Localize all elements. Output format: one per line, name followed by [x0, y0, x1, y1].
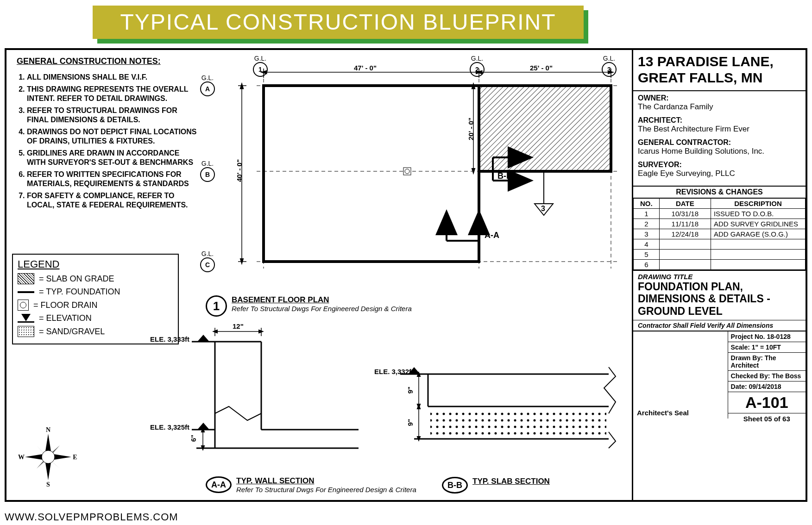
notes-title: GENERAL CONSTRUCTION NOTES:: [17, 56, 197, 66]
revisions-table: NO. DATE DESCRIPTION 110/31/18ISSUED TO …: [633, 198, 806, 270]
rev-header-desc: DESCRIPTION: [711, 199, 805, 209]
svg-text:E: E: [73, 454, 77, 461]
svg-rect-55: [430, 409, 606, 437]
legend-swatch-hatched: [18, 273, 34, 284]
note-item: REFER TO WRITTEN SPECIFICATIONS FOR MATE…: [27, 170, 197, 188]
legend-label: = ELEVATION: [39, 313, 92, 323]
rev-row: 110/31/18ISSUED TO D.O.B.: [634, 209, 806, 219]
svg-marker-45: [197, 423, 209, 430]
legend-label: = FLOOR DRAIN: [33, 300, 98, 310]
slab-section-title: TYP. SLAB SECTION: [472, 477, 550, 486]
compass-rose: NSWE: [16, 425, 81, 491]
drawn-by: Drawn By: The Architect: [731, 354, 776, 369]
slab-elev: ELE. 3,332ft: [374, 368, 414, 375]
architect-seal-box: Architect's Seal: [633, 331, 728, 419]
detail-ref: 3: [541, 205, 545, 213]
slab-section-callout: B-B TYP. SLAB SECTION: [442, 477, 550, 494]
wall-section-title: TYP. WALL SECTION: [236, 476, 416, 486]
gridline-a: G.L.A: [200, 74, 215, 96]
svg-text:S: S: [46, 481, 50, 488]
sheet-number: A-101: [728, 392, 806, 413]
architect-label: ARCHITECT:: [638, 116, 801, 125]
svg-text:N: N: [46, 426, 50, 433]
revisions-title: REVISIONS & CHANGES: [633, 187, 806, 198]
section-bb-label: B-B: [497, 171, 512, 181]
gridline-b: G.L.B: [200, 160, 215, 182]
project-no: Project No. 18-0128: [731, 333, 791, 340]
wall-dim-h: 6": [189, 435, 197, 442]
legend-swatch-drain: [18, 300, 29, 311]
project-info: Project No. 18-0128 Scale: 1" = 10FT Dra…: [728, 331, 806, 419]
note-item: REFER TO STRUCTURAL DRAWINGS FOR FINAL D…: [27, 106, 197, 125]
general-notes: GENERAL CONSTRUCTION NOTES: ALL DIMENSIO…: [12, 56, 197, 212]
gc-label: GENERAL CONTRACTOR:: [638, 138, 801, 147]
section-label-bb: B-B: [442, 477, 468, 494]
project-address: 13 PARADISE LANE, GREAT FALLS, MN: [633, 50, 806, 91]
note-item: DRAWINGS DO NOT DEPICT FINAL LOCATIONS O…: [27, 127, 197, 146]
note-item: ALL DIMENSIONS SHALL BE V.I.F.: [27, 73, 197, 82]
owner-label: OWNER:: [638, 94, 801, 102]
drawing-frame: GENERAL CONSTRUCTION NOTES: ALL DIMENSIO…: [5, 48, 807, 502]
notes-list: ALL DIMENSIONS SHALL BE V.I.F. THIS DRAW…: [27, 73, 197, 210]
legend-row-drain: = FLOOR DRAIN: [18, 300, 173, 311]
svg-point-4: [42, 450, 55, 463]
drawing-title-label: DRAWING TITLE: [638, 273, 801, 281]
note-item: FOR SAFETY & COMPLIANCE, REFER TO LOCAL,…: [27, 191, 197, 210]
gridline-c: G.L.C: [200, 250, 215, 272]
rev-header-no: NO.: [634, 199, 660, 209]
legend-title: LEGEND: [18, 258, 173, 270]
note-item: THIS DRAWING REPRESENTS THE OVERALL INTE…: [27, 85, 197, 103]
slab-dim-top: 9": [406, 387, 414, 394]
verify-note: Contractor Shall Field Verify All Dimens…: [633, 320, 806, 331]
seal-label: Architect's Seal: [637, 409, 689, 417]
date: Date: 09/14/2018: [731, 383, 781, 390]
gridline-3: G.L.3: [602, 55, 617, 77]
dim-height-1: 20' - 0": [467, 118, 475, 140]
revisions-block: REVISIONS & CHANGES NO. DATE DESCRIPTION…: [633, 186, 806, 270]
dim-width-1: 47' - 0": [354, 64, 377, 72]
elev-bot: ELE. 3,325ft: [150, 423, 189, 431]
checked-by: Checked By: The Boss: [731, 372, 801, 380]
dim-height-2: 40' - 0": [235, 159, 243, 182]
rev-row: 312/24/18ADD GARAGE (S.O.G.): [634, 229, 806, 239]
floor-drain-icon: [403, 168, 411, 175]
wall-section-sub: Refer To Structural Dwgs For Engineered …: [236, 486, 416, 494]
legend-box: LEGEND = SLAB ON GRADE = TYP. FOUNDATION…: [12, 254, 179, 344]
note-item: GRIDLINES ARE DRAWN IN ACCORDANCE WITH S…: [27, 149, 197, 167]
drawing-title: FOUNDATION PLAN, DIMENSIONS & DETAILS - …: [638, 281, 801, 317]
banner-title: TYPICAL CONSTRUCTION BLUEPRINT: [93, 6, 584, 39]
detail-sections: ELE. 3,333ft ELE. 3,325ft 12" 6" ELE. 3,…: [183, 295, 623, 499]
owner-value: The Cardanza Family: [638, 102, 801, 112]
scale: Scale: 1" = 10FT: [731, 344, 781, 351]
svg-rect-19: [403, 168, 411, 175]
wall-section-callout: A-A TYP. WALL SECTION Refer To Structura…: [206, 476, 416, 494]
dim-width-2: 25' - 0": [530, 64, 553, 72]
legend-row-elevation: = ELEVATION: [18, 313, 173, 323]
svg-marker-43: [197, 335, 209, 342]
floor-plan: G.L.1 G.L.2 G.L.3 G.L.A G.L.B G.L.C 47' …: [220, 56, 623, 287]
rev-row: 211/11/18ADD SURVEY GRIDLINES: [634, 219, 806, 229]
slab-dim-bot: 9": [406, 419, 414, 426]
svg-text:W: W: [18, 454, 25, 461]
architect-value: The Best Architecture Firm Ever: [638, 125, 801, 134]
sheet-of: Sheet 05 of 63: [728, 413, 806, 424]
footer-url: WWW.SOLVEPMPROBLEMS.COM: [5, 511, 178, 523]
gridline-1: G.L.1: [253, 55, 268, 77]
legend-label: = SLAB ON GRADE: [39, 274, 114, 284]
legend-label: = SAND/GRAVEL: [39, 327, 105, 337]
gridline-2: G.L.2: [470, 55, 485, 77]
section-label-aa: A-A: [206, 476, 232, 493]
legend-label: = TYP. FOUNDATION: [39, 287, 120, 297]
surveyor-value: Eagle Eye Surveying, PLLC: [638, 169, 801, 178]
section-aa-label: A-A: [485, 231, 499, 240]
rev-row: 6: [634, 260, 806, 270]
gc-value: Icarus Home Building Solutions, Inc.: [638, 147, 801, 156]
surveyor-label: SURVEYOR:: [638, 161, 801, 169]
rev-row: 4: [634, 239, 806, 250]
title-block: 13 PARADISE LANE, GREAT FALLS, MN OWNER:…: [632, 50, 806, 500]
rev-header-date: DATE: [659, 199, 711, 209]
drawing-title-block: DRAWING TITLE FOUNDATION PLAN, DIMENSION…: [633, 270, 806, 320]
wall-dim-w: 12": [233, 322, 244, 330]
elev-top: ELE. 3,333ft: [150, 335, 189, 343]
legend-swatch-line: [18, 291, 34, 293]
